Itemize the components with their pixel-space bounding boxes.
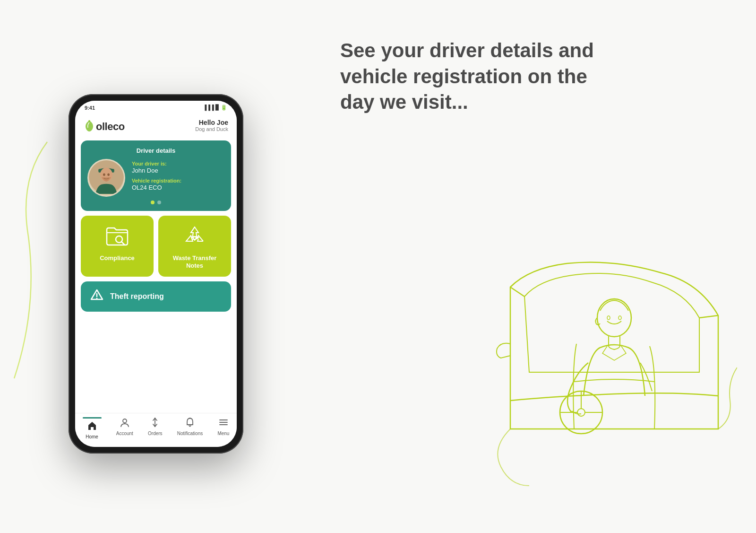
svg-text:olleco: olleco [96, 121, 125, 132]
driver-person-icon [89, 159, 124, 195]
driver-info: Your driver is: John Doe Vehicle registr… [132, 161, 224, 195]
svg-point-11 [96, 298, 98, 299]
svg-point-12 [123, 419, 127, 423]
nav-notifications[interactable]: Notifications [177, 417, 203, 439]
driver-card-content: Your driver is: John Doe Vehicle registr… [87, 159, 224, 197]
greeting-name: Hello Joe [195, 119, 228, 126]
dot-inactive [157, 201, 161, 204]
driver-illustration [463, 249, 737, 495]
home-icon [87, 420, 97, 433]
menu-icon [218, 417, 229, 430]
waste-transfer-tile[interactable]: Waste Transfer Notes [158, 216, 231, 277]
phone-mockup: 9:41 ▐▐▐ ▊ 🔋 [69, 94, 243, 454]
app-header: olleco Hello Joe Dog and Duck [75, 115, 237, 140]
compliance-icon [105, 224, 129, 250]
driver-card-title: Driver details [87, 147, 224, 154]
svg-point-0 [88, 120, 90, 122]
svg-point-19 [577, 409, 585, 416]
driver-card[interactable]: Driver details [81, 140, 231, 211]
nav-notifications-label: Notifications [177, 431, 203, 436]
vehicle-reg: OL24 ECO [132, 184, 224, 191]
nav-indicator [83, 417, 102, 419]
nav-account[interactable]: Account [116, 417, 133, 439]
nav-menu[interactable]: Menu [217, 417, 229, 439]
svg-point-7 [107, 173, 110, 176]
compliance-tile[interactable]: Compliance [81, 216, 154, 277]
waste-transfer-icon [182, 224, 207, 250]
greeting-location: Dog and Duck [195, 126, 228, 132]
driver-avatar [87, 159, 125, 197]
driver-line-art-icon [463, 249, 737, 495]
svg-point-25 [619, 316, 621, 320]
nav-account-label: Account [116, 431, 133, 436]
theft-reporting-button[interactable]: Theft reporting [81, 281, 231, 312]
logo-icon: olleco [84, 118, 140, 136]
phone-screen: 9:41 ▐▐▐ ▊ 🔋 [75, 101, 237, 447]
tagline-text: See your driver details and vehicle regi… [340, 38, 605, 115]
vehicle-label: Vehicle registration: [132, 178, 224, 183]
nav-orders-label: Orders [148, 431, 163, 436]
svg-point-8 [116, 236, 122, 243]
status-icons: ▐▐▐ ▊ 🔋 [203, 105, 228, 111]
status-time: 9:41 [85, 105, 95, 111]
nav-menu-label: Menu [217, 431, 229, 436]
menu-grid: Compliance [81, 216, 231, 277]
nav-home[interactable]: Home [83, 417, 102, 439]
compliance-label: Compliance [100, 254, 135, 262]
theft-label: Theft reporting [110, 292, 164, 301]
nav-home-label: Home [86, 434, 98, 439]
driver-label: Your driver is: [132, 161, 224, 166]
warning-icon [90, 289, 103, 304]
driver-name: John Doe [132, 167, 224, 174]
left-panel: 9:41 ▐▐▐ ▊ 🔋 [0, 0, 312, 533]
right-panel: See your driver details and vehicle regi… [312, 0, 756, 533]
bottom-nav: Home Account [75, 413, 237, 447]
nav-orders[interactable]: Orders [148, 417, 163, 439]
svg-point-23 [597, 299, 631, 337]
bell-icon [185, 417, 195, 430]
waste-transfer-label: Waste Transfer Notes [164, 254, 225, 271]
olleco-logo: olleco [84, 118, 140, 136]
svg-point-24 [607, 316, 610, 320]
phone-frame: 9:41 ▐▐▐ ▊ 🔋 [69, 94, 243, 454]
card-dots [87, 201, 224, 204]
svg-point-6 [103, 173, 105, 176]
status-bar: 9:41 ▐▐▐ ▊ 🔋 [75, 101, 237, 115]
dot-active [151, 201, 155, 204]
greeting-section: Hello Joe Dog and Duck [195, 119, 228, 132]
orders-icon [150, 417, 160, 430]
account-icon [120, 417, 130, 430]
